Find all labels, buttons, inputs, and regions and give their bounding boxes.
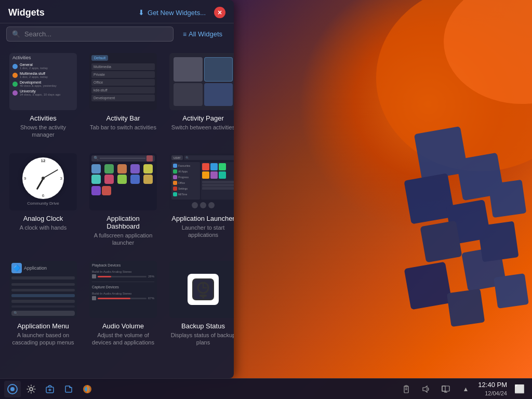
appdash-row2 bbox=[91, 175, 155, 184]
actbar-item: Development bbox=[91, 95, 155, 101]
activity-info: General 1 doc, 2 apps, today bbox=[20, 63, 74, 70]
store-icon bbox=[45, 384, 55, 394]
appmenu-item bbox=[11, 276, 75, 279]
launcher-header: user 🔍 bbox=[171, 155, 234, 160]
search-input[interactable] bbox=[24, 30, 168, 38]
list-item bbox=[202, 181, 234, 183]
taskbar-icon-firefox[interactable] bbox=[79, 381, 96, 397]
app-icon bbox=[202, 171, 209, 179]
launcher-panel-item: Progress bbox=[172, 175, 199, 180]
widget-name-app-launcher: Application Launcher bbox=[171, 215, 234, 222]
launcher-search-icon: 🔍 bbox=[185, 156, 189, 159]
widget-desc-app-dashboard: A fullscreen application launcher bbox=[89, 232, 157, 247]
launcher-label: All Apps bbox=[178, 170, 188, 173]
clock-center bbox=[42, 177, 45, 180]
widget-name-activity-bar: Activity Bar bbox=[106, 114, 140, 122]
list-item bbox=[202, 187, 234, 190]
close-button[interactable]: × bbox=[214, 7, 225, 18]
taskbar-chevron-icon[interactable]: ▲ bbox=[457, 381, 474, 397]
widget-item-backup-status[interactable]: Backup Status Displays status of backup … bbox=[166, 257, 234, 351]
activity-label: General bbox=[20, 63, 74, 66]
appdash-row3 bbox=[91, 186, 155, 195]
get-new-widgets-button[interactable]: ⬇ Get New Widgets... bbox=[134, 6, 210, 19]
widget-preview-app-dashboard: 🔍 bbox=[89, 153, 157, 210]
audio-capture-pct: 67% bbox=[148, 297, 154, 300]
appdash-icon bbox=[91, 164, 101, 174]
widget-item-activity-pager[interactable]: Activity Pager Switch between activities bbox=[166, 49, 234, 143]
launcher-icon bbox=[173, 164, 177, 168]
filter-button[interactable]: ≡ All Widgets bbox=[178, 27, 228, 41]
launcher-label: Office bbox=[178, 181, 185, 184]
audio-capture-icon bbox=[92, 296, 96, 300]
audio-device-playback: Build-In Audio Analog Stereo 28% bbox=[92, 270, 154, 278]
widget-item-analog-clock[interactable]: 12 6 3 9 Community Drive Analog Clock A … bbox=[6, 149, 80, 251]
taskbar-screen-icon[interactable]: ⬜ bbox=[511, 381, 528, 397]
taskbar-systray: ▲ bbox=[398, 381, 474, 397]
widget-item-app-launcher[interactable]: user 🔍 Favourites bbox=[166, 149, 234, 251]
clock-6: 6 bbox=[42, 193, 44, 198]
activity-dot bbox=[12, 90, 18, 96]
appmenu-header: 🔷 Application bbox=[11, 263, 75, 273]
taskbar-volume-icon[interactable] bbox=[418, 381, 434, 397]
spacer bbox=[11, 309, 75, 310]
launcher-icon bbox=[173, 175, 177, 179]
widget-item-app-dashboard[interactable]: 🔍 bbox=[86, 149, 160, 251]
audio-capture-slider: 67% bbox=[92, 296, 154, 300]
widget-name-audio-volume: Audio Volume bbox=[102, 322, 144, 330]
activity-dot bbox=[12, 73, 18, 78]
launcher-label: Settings bbox=[178, 187, 188, 190]
widget-desc-activities: Shows the activity manager bbox=[9, 124, 77, 139]
taskbar-icon-kde[interactable] bbox=[4, 381, 21, 397]
widget-name-backup-status: Backup Status bbox=[181, 322, 225, 330]
audio-device-name: Build-In Audio Analog Stereo bbox=[92, 270, 154, 273]
launcher-panel-item: All Apps bbox=[172, 169, 199, 174]
app-icon bbox=[202, 163, 209, 170]
appmenu-item bbox=[11, 283, 75, 286]
launcher-footer-icon bbox=[192, 202, 198, 208]
panel-title: Widgets bbox=[8, 7, 45, 18]
pager-cell-1 bbox=[174, 57, 203, 82]
appdash-icon bbox=[130, 175, 140, 184]
app-icon bbox=[210, 163, 218, 170]
appdash-search-bar bbox=[100, 158, 145, 158]
widget-item-audio-volume[interactable]: Playback Devices Build-In Audio Analog S… bbox=[86, 257, 160, 351]
widget-item-app-menu[interactable]: 🔷 Application bbox=[6, 257, 80, 351]
download-icon: ⬇ bbox=[138, 8, 144, 17]
activity-info: University 34 docs, 3 apps, 10 days ago bbox=[20, 89, 74, 96]
launcher-panel-item: Office bbox=[172, 180, 199, 185]
taskbar-display-icon[interactable] bbox=[437, 381, 454, 397]
taskbar-icon-files[interactable] bbox=[60, 381, 77, 397]
widget-desc-app-menu: A launcher based on cascading popup menu… bbox=[9, 331, 77, 347]
appdash-icon bbox=[104, 164, 114, 174]
widgets-panel: Widgets ⬇ Get New Widgets... × 🔍 ≡ All W… bbox=[0, 0, 234, 378]
svg-rect-29 bbox=[405, 385, 407, 387]
audio-slider-row: 28% bbox=[92, 274, 154, 278]
taskbar-clipboard-icon[interactable] bbox=[398, 381, 415, 397]
appdash-icon bbox=[117, 164, 127, 174]
widget-preview-backup-status bbox=[169, 261, 234, 318]
widget-name-app-dashboard: Application Dashboard bbox=[89, 215, 157, 230]
clock-label: Community Drive bbox=[22, 201, 64, 206]
widget-item-activities[interactable]: Activities General 1 doc, 2 apps, today … bbox=[6, 49, 80, 143]
launcher-right-panel bbox=[201, 162, 234, 200]
audio-capture-title: Capture Devices bbox=[92, 285, 154, 289]
taskbar-icon-settings[interactable] bbox=[23, 381, 39, 397]
settings-icon bbox=[26, 384, 36, 394]
taskbar-icon-store[interactable] bbox=[42, 381, 58, 397]
backup-icon-large bbox=[188, 274, 219, 305]
appdash-icon bbox=[130, 164, 140, 174]
activity-label: Development bbox=[20, 81, 74, 84]
clock-minute-hand bbox=[43, 169, 59, 179]
svg-rect-34 bbox=[442, 386, 445, 391]
actbar-item: Private bbox=[91, 71, 155, 78]
appdash-icon bbox=[117, 175, 127, 184]
audio-capture-name: Build-In Audio Analog Stereo bbox=[92, 292, 154, 295]
widget-name-activities: Activities bbox=[30, 114, 56, 122]
appdash-preview: 🔍 bbox=[89, 153, 157, 210]
pager-cell-4 bbox=[204, 83, 233, 107]
widget-item-activity-bar[interactable]: Default Multimedia Private Office kde-st… bbox=[86, 49, 160, 143]
appdash-icon bbox=[91, 186, 101, 195]
launcher-icon bbox=[173, 192, 177, 196]
taskbar-left bbox=[4, 381, 96, 397]
activity-info: Development 40 docs & apps, yesterday bbox=[20, 81, 74, 87]
